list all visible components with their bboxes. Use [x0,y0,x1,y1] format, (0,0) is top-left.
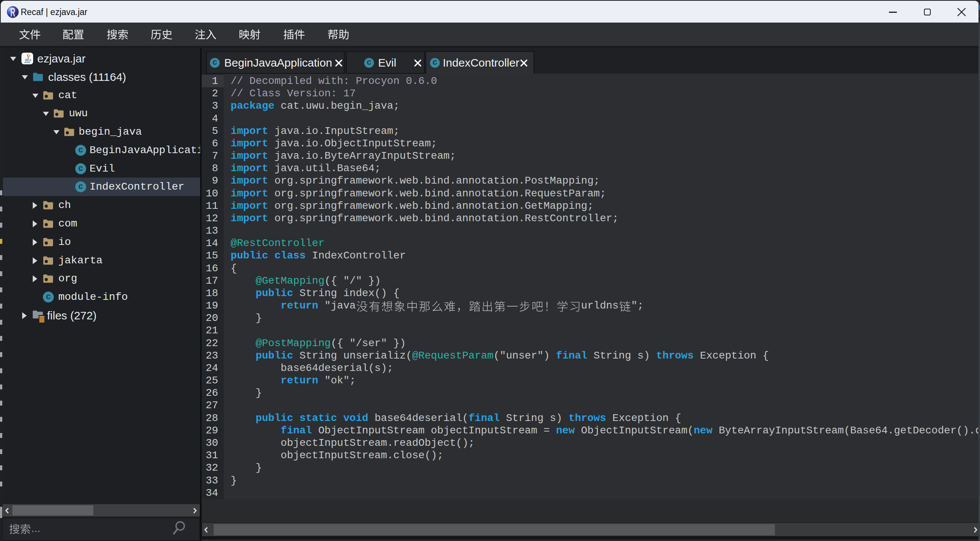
svg-text:R: R [11,6,16,18]
